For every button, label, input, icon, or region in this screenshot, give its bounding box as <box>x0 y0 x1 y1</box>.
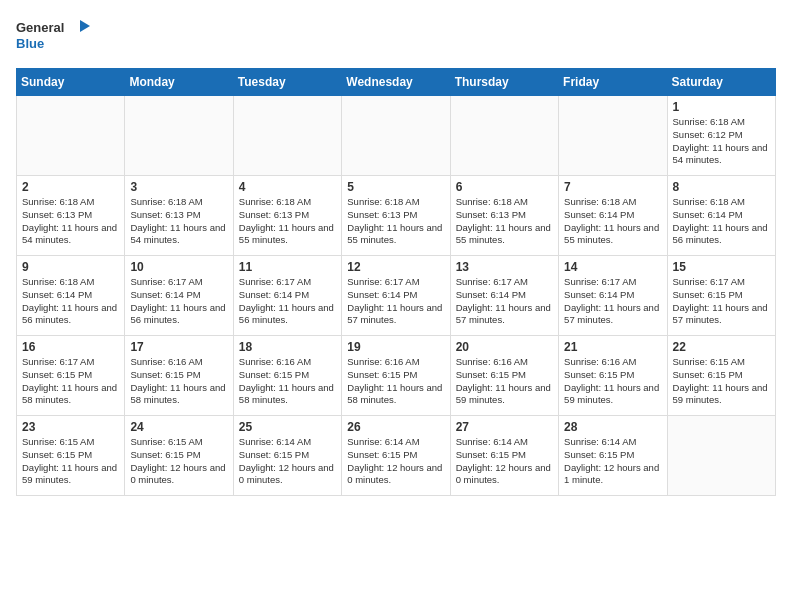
day-info: Sunrise: 6:18 AM Sunset: 6:14 PM Dayligh… <box>22 276 119 327</box>
day-info: Sunrise: 6:17 AM Sunset: 6:14 PM Dayligh… <box>239 276 336 327</box>
calendar-cell: 25Sunrise: 6:14 AM Sunset: 6:15 PM Dayli… <box>233 416 341 496</box>
calendar-cell: 23Sunrise: 6:15 AM Sunset: 6:15 PM Dayli… <box>17 416 125 496</box>
calendar-cell: 21Sunrise: 6:16 AM Sunset: 6:15 PM Dayli… <box>559 336 667 416</box>
calendar-header-row: SundayMondayTuesdayWednesdayThursdayFrid… <box>17 69 776 96</box>
day-number: 26 <box>347 420 444 434</box>
calendar-cell: 10Sunrise: 6:17 AM Sunset: 6:14 PM Dayli… <box>125 256 233 336</box>
calendar-cell: 8Sunrise: 6:18 AM Sunset: 6:14 PM Daylig… <box>667 176 775 256</box>
day-info: Sunrise: 6:18 AM Sunset: 6:14 PM Dayligh… <box>673 196 770 247</box>
day-info: Sunrise: 6:16 AM Sunset: 6:15 PM Dayligh… <box>239 356 336 407</box>
calendar-cell: 15Sunrise: 6:17 AM Sunset: 6:15 PM Dayli… <box>667 256 775 336</box>
col-header-saturday: Saturday <box>667 69 775 96</box>
day-number: 6 <box>456 180 553 194</box>
calendar-cell <box>667 416 775 496</box>
col-header-wednesday: Wednesday <box>342 69 450 96</box>
calendar-cell: 2Sunrise: 6:18 AM Sunset: 6:13 PM Daylig… <box>17 176 125 256</box>
calendar-cell: 1Sunrise: 6:18 AM Sunset: 6:12 PM Daylig… <box>667 96 775 176</box>
day-info: Sunrise: 6:16 AM Sunset: 6:15 PM Dayligh… <box>347 356 444 407</box>
day-number: 12 <box>347 260 444 274</box>
calendar-cell: 28Sunrise: 6:14 AM Sunset: 6:15 PM Dayli… <box>559 416 667 496</box>
day-info: Sunrise: 6:14 AM Sunset: 6:15 PM Dayligh… <box>564 436 661 487</box>
col-header-tuesday: Tuesday <box>233 69 341 96</box>
calendar-cell: 6Sunrise: 6:18 AM Sunset: 6:13 PM Daylig… <box>450 176 558 256</box>
calendar-cell: 19Sunrise: 6:16 AM Sunset: 6:15 PM Dayli… <box>342 336 450 416</box>
day-info: Sunrise: 6:16 AM Sunset: 6:15 PM Dayligh… <box>456 356 553 407</box>
day-info: Sunrise: 6:15 AM Sunset: 6:15 PM Dayligh… <box>673 356 770 407</box>
day-number: 13 <box>456 260 553 274</box>
calendar-week-1: 1Sunrise: 6:18 AM Sunset: 6:12 PM Daylig… <box>17 96 776 176</box>
day-number: 22 <box>673 340 770 354</box>
day-number: 2 <box>22 180 119 194</box>
calendar-cell <box>17 96 125 176</box>
day-info: Sunrise: 6:17 AM Sunset: 6:14 PM Dayligh… <box>456 276 553 327</box>
day-number: 3 <box>130 180 227 194</box>
svg-text:Blue: Blue <box>16 36 44 51</box>
day-number: 25 <box>239 420 336 434</box>
day-number: 10 <box>130 260 227 274</box>
calendar-cell: 18Sunrise: 6:16 AM Sunset: 6:15 PM Dayli… <box>233 336 341 416</box>
calendar-cell: 9Sunrise: 6:18 AM Sunset: 6:14 PM Daylig… <box>17 256 125 336</box>
day-number: 11 <box>239 260 336 274</box>
col-header-thursday: Thursday <box>450 69 558 96</box>
day-number: 5 <box>347 180 444 194</box>
day-info: Sunrise: 6:14 AM Sunset: 6:15 PM Dayligh… <box>456 436 553 487</box>
header: GeneralBlue <box>16 16 776 56</box>
calendar-cell <box>125 96 233 176</box>
calendar-cell <box>342 96 450 176</box>
day-number: 20 <box>456 340 553 354</box>
day-info: Sunrise: 6:16 AM Sunset: 6:15 PM Dayligh… <box>130 356 227 407</box>
calendar-cell: 16Sunrise: 6:17 AM Sunset: 6:15 PM Dayli… <box>17 336 125 416</box>
day-info: Sunrise: 6:18 AM Sunset: 6:13 PM Dayligh… <box>239 196 336 247</box>
day-info: Sunrise: 6:18 AM Sunset: 6:13 PM Dayligh… <box>456 196 553 247</box>
logo-svg: GeneralBlue <box>16 16 96 56</box>
day-info: Sunrise: 6:18 AM Sunset: 6:13 PM Dayligh… <box>130 196 227 247</box>
calendar-cell: 5Sunrise: 6:18 AM Sunset: 6:13 PM Daylig… <box>342 176 450 256</box>
day-number: 4 <box>239 180 336 194</box>
calendar-cell: 4Sunrise: 6:18 AM Sunset: 6:13 PM Daylig… <box>233 176 341 256</box>
day-number: 23 <box>22 420 119 434</box>
day-number: 19 <box>347 340 444 354</box>
calendar-cell: 11Sunrise: 6:17 AM Sunset: 6:14 PM Dayli… <box>233 256 341 336</box>
day-info: Sunrise: 6:18 AM Sunset: 6:14 PM Dayligh… <box>564 196 661 247</box>
day-info: Sunrise: 6:18 AM Sunset: 6:12 PM Dayligh… <box>673 116 770 167</box>
calendar-table: SundayMondayTuesdayWednesdayThursdayFrid… <box>16 68 776 496</box>
day-info: Sunrise: 6:14 AM Sunset: 6:15 PM Dayligh… <box>347 436 444 487</box>
calendar-cell: 13Sunrise: 6:17 AM Sunset: 6:14 PM Dayli… <box>450 256 558 336</box>
calendar-cell: 14Sunrise: 6:17 AM Sunset: 6:14 PM Dayli… <box>559 256 667 336</box>
calendar-cell: 22Sunrise: 6:15 AM Sunset: 6:15 PM Dayli… <box>667 336 775 416</box>
day-info: Sunrise: 6:15 AM Sunset: 6:15 PM Dayligh… <box>130 436 227 487</box>
calendar-cell <box>450 96 558 176</box>
svg-text:General: General <box>16 20 64 35</box>
day-info: Sunrise: 6:17 AM Sunset: 6:15 PM Dayligh… <box>673 276 770 327</box>
col-header-monday: Monday <box>125 69 233 96</box>
col-header-friday: Friday <box>559 69 667 96</box>
calendar-cell: 27Sunrise: 6:14 AM Sunset: 6:15 PM Dayli… <box>450 416 558 496</box>
calendar-cell: 7Sunrise: 6:18 AM Sunset: 6:14 PM Daylig… <box>559 176 667 256</box>
day-number: 14 <box>564 260 661 274</box>
day-info: Sunrise: 6:17 AM Sunset: 6:14 PM Dayligh… <box>564 276 661 327</box>
day-info: Sunrise: 6:14 AM Sunset: 6:15 PM Dayligh… <box>239 436 336 487</box>
day-number: 7 <box>564 180 661 194</box>
calendar-cell: 26Sunrise: 6:14 AM Sunset: 6:15 PM Dayli… <box>342 416 450 496</box>
day-number: 24 <box>130 420 227 434</box>
calendar-week-3: 9Sunrise: 6:18 AM Sunset: 6:14 PM Daylig… <box>17 256 776 336</box>
day-number: 17 <box>130 340 227 354</box>
day-number: 8 <box>673 180 770 194</box>
day-number: 9 <box>22 260 119 274</box>
day-number: 16 <box>22 340 119 354</box>
calendar-cell: 17Sunrise: 6:16 AM Sunset: 6:15 PM Dayli… <box>125 336 233 416</box>
calendar-week-2: 2Sunrise: 6:18 AM Sunset: 6:13 PM Daylig… <box>17 176 776 256</box>
day-info: Sunrise: 6:18 AM Sunset: 6:13 PM Dayligh… <box>22 196 119 247</box>
day-number: 18 <box>239 340 336 354</box>
day-info: Sunrise: 6:17 AM Sunset: 6:14 PM Dayligh… <box>347 276 444 327</box>
day-number: 28 <box>564 420 661 434</box>
calendar-cell: 20Sunrise: 6:16 AM Sunset: 6:15 PM Dayli… <box>450 336 558 416</box>
day-number: 1 <box>673 100 770 114</box>
calendar-cell: 3Sunrise: 6:18 AM Sunset: 6:13 PM Daylig… <box>125 176 233 256</box>
calendar-cell: 24Sunrise: 6:15 AM Sunset: 6:15 PM Dayli… <box>125 416 233 496</box>
calendar-week-5: 23Sunrise: 6:15 AM Sunset: 6:15 PM Dayli… <box>17 416 776 496</box>
day-number: 27 <box>456 420 553 434</box>
logo: GeneralBlue <box>16 16 96 56</box>
calendar-cell <box>559 96 667 176</box>
day-info: Sunrise: 6:17 AM Sunset: 6:14 PM Dayligh… <box>130 276 227 327</box>
